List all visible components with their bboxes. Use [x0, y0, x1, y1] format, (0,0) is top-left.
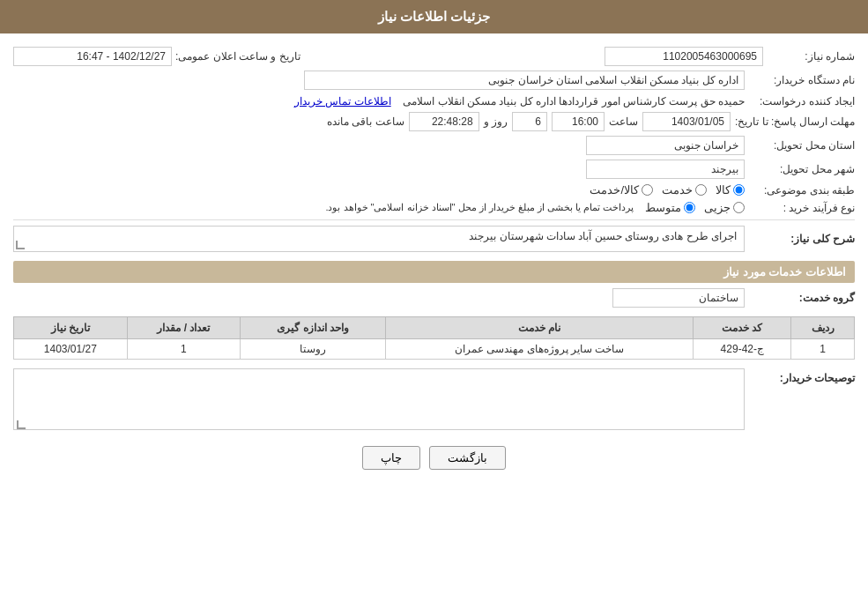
button-row: بازگشت چاپ	[13, 446, 855, 470]
noefrayand-radio-mottavasit[interactable]	[684, 202, 695, 213]
shomara-value: 1102005463000695	[605, 47, 763, 66]
gorohe-row: گروه خدمت: ساختمان	[13, 288, 855, 308]
tabaqe-radio-kala[interactable]	[733, 184, 745, 196]
mohlat-saat: 16:00	[552, 112, 605, 131]
ostan-label: استان محل تحویل:	[749, 139, 855, 152]
shahr-label: شهر محل تحویل:	[749, 163, 855, 175]
cell-tedad: 1	[127, 339, 241, 360]
tosif-textarea[interactable]	[13, 368, 745, 430]
shahr-value: بیرجند	[586, 160, 745, 179]
namdastgah-value: اداره کل بنیاد مسکن انقلاب اسلامی استان …	[304, 71, 745, 90]
gorohe-value: ساختمان	[612, 288, 745, 308]
tabaqe-label: طبقه بندی موضوعی:	[749, 184, 855, 197]
col-vahed: واحد اندازه گیری	[241, 317, 386, 339]
mohlat-rooz: 6	[512, 112, 547, 131]
gorohe-label: گروه خدمت:	[749, 292, 855, 304]
tosif-row: توصیحات خریدار:	[13, 368, 855, 433]
tabaqe-radio-group: کالا خدمت کالا/خدمت	[590, 183, 745, 197]
page-title: جزئیات اطلاعات نیاز	[378, 9, 490, 24]
ostan-value: خراسان جنوبی	[586, 136, 745, 155]
print-button[interactable]: چاپ	[362, 446, 420, 470]
noefrayand-label: نوع فرآیند خرید :	[749, 202, 855, 214]
tarikh-group: تاریخ و ساعت اعلان عمومی: 1402/12/27 - 1…	[13, 47, 300, 66]
tabaqe-label-kala: کالا	[716, 183, 731, 197]
tabaqe-option-kala-khadamat: کالا/خدمت	[590, 183, 653, 197]
shomara-tarikh-row: شماره نیاز: 1102005463000695 تاریخ و ساع…	[13, 47, 855, 66]
mohlat-label: مهلت ارسال پاسخ: تا تاریخ:	[735, 115, 855, 128]
mohlat-countdown: 22:48:28	[409, 112, 479, 131]
page-wrapper: جزئیات اطلاعات نیاز شماره نیاز: 11020054…	[0, 0, 868, 609]
mohlat-baqi-label: ساعت باقی مانده	[327, 115, 404, 128]
col-kod: کد خدمت	[694, 317, 791, 339]
mohlat-date: 1403/01/05	[642, 112, 731, 131]
resize-handle-tosif	[17, 420, 26, 429]
tabaqe-label-kala-khadamat: کالا/خدمت	[590, 183, 639, 197]
ijad-value: حمیده حق پرست کارشناس امور قراردادها ادا…	[403, 95, 745, 108]
content-area: شماره نیاز: 1102005463000695 تاریخ و ساع…	[0, 33, 868, 492]
mohlat-row: مهلت ارسال پاسخ: تا تاریخ: 1403/01/05 سا…	[13, 112, 855, 131]
mohlat-saat-label: ساعت	[609, 115, 638, 128]
mohlat-rooz-label: روز و	[484, 115, 508, 128]
tabaqe-row: طبقه بندی موضوعی: کالا خدمت کالا/خدمت	[13, 183, 855, 197]
resize-handle	[16, 241, 25, 249]
noefrayand-radio-group: جزیی متوسط	[645, 201, 745, 214]
shahr-row: شهر محل تحویل: بیرجند	[13, 160, 855, 179]
services-table: ردیف کد خدمت نام خدمت واحد اندازه گیری ت…	[13, 316, 855, 360]
sharh-value: اجرای طرح هادی روستای حسین آباد سادات شه…	[469, 230, 737, 242]
tosif-label: توصیحات خریدار:	[749, 368, 855, 384]
tarikh-value: 1402/12/27 - 16:47	[13, 47, 172, 66]
noefrayand-row: نوع فرآیند خرید : جزیی متوسط پرداخت تمام…	[13, 201, 855, 214]
sharh-section: شرح کلی نیاز: اجرای طرح هادی روستای حسین…	[13, 226, 855, 252]
table-header: ردیف کد خدمت نام خدمت واحد اندازه گیری ت…	[14, 317, 855, 339]
table-body: 1 ج-42-429 ساخت سایر پروژه‌های مهندسی عم…	[14, 339, 855, 360]
divider-1	[13, 219, 855, 220]
ostan-row: استان محل تحویل: خراسان جنوبی	[13, 136, 855, 155]
page-header: جزئیات اطلاعات نیاز	[0, 0, 868, 33]
cell-kod: ج-42-429	[694, 339, 791, 360]
tabaqe-option-khadamat: خدمت	[662, 183, 707, 197]
namdastgah-label: نام دستگاه خریدار:	[749, 74, 855, 86]
col-tedad: تعداد / مقدار	[127, 317, 241, 339]
noefrayand-option-mottavasit: متوسط	[645, 201, 695, 214]
noefrayand-option-jozi: جزیی	[704, 201, 745, 214]
col-radif: ردیف	[791, 317, 855, 339]
ijad-link[interactable]: اطلاعات تماس خریدار	[294, 95, 391, 108]
col-tarikh: تاریخ نیاز	[14, 317, 128, 339]
services-table-section: ردیف کد خدمت نام خدمت واحد اندازه گیری ت…	[13, 316, 855, 360]
cell-tarikh: 1403/01/27	[14, 339, 128, 360]
tarikh-label: تاریخ و ساعت اعلان عمومی:	[175, 50, 300, 63]
noefrayand-label-jozi: جزیی	[704, 201, 731, 214]
tabaqe-label-khadamat: خدمت	[662, 183, 693, 197]
tabaqe-radio-kala-khadamat[interactable]	[642, 184, 653, 196]
cell-name: ساخت سایر پروژه‌های مهندسی عمران	[385, 339, 693, 360]
noefrayand-note: پرداخت تمام یا بخشی از مبلغ خریدار از مح…	[325, 202, 634, 213]
cell-radif: 1	[791, 339, 855, 360]
noefrayand-label-mottavasit: متوسط	[645, 201, 681, 214]
sharh-label: شرح کلی نیاز:	[749, 233, 855, 245]
khadamat-section-title: اطلاعات خدمات مورد نیاز	[13, 261, 855, 283]
noefrayand-radio-jozi[interactable]	[733, 202, 745, 213]
tabaqe-radio-khadamat[interactable]	[695, 184, 707, 196]
table-row: 1 ج-42-429 ساخت سایر پروژه‌های مهندسی عم…	[14, 339, 855, 360]
shomara-label: شماره نیاز:	[767, 50, 855, 63]
cell-vahed: روستا	[241, 339, 386, 360]
tabaqe-option-kala: کالا	[716, 183, 745, 197]
col-name: نام خدمت	[385, 317, 693, 339]
ijad-row: ایجاد کننده درخواست: حمیده حق پرست کارشن…	[13, 94, 855, 108]
shomara-group: شماره نیاز: 1102005463000695	[605, 47, 855, 66]
ijad-label: ایجاد کننده درخواست:	[749, 95, 855, 108]
back-button[interactable]: بازگشت	[429, 446, 506, 470]
namdastgah-row: نام دستگاه خریدار: اداره کل بنیاد مسکن ا…	[13, 71, 855, 90]
